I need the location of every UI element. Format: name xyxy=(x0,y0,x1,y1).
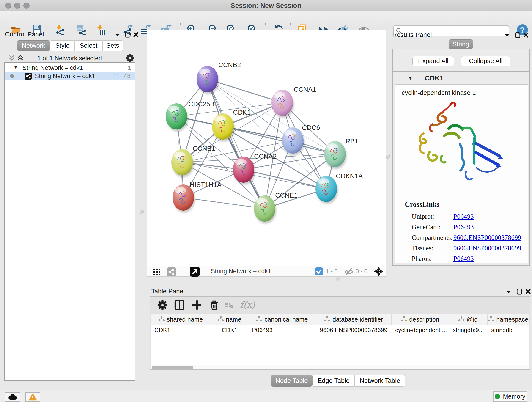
table-cell[interactable]: CDK1 xyxy=(211,327,248,334)
control-panel: Control Panel NetworkStyleSelectSets 1 o… xyxy=(2,30,137,382)
network-row-selected[interactable]: String Network – cdk1 11 48 xyxy=(5,72,135,80)
control-panel-tabs: NetworkStyleSelectSets xyxy=(17,40,123,51)
expand-all-button[interactable]: Expand All xyxy=(412,56,454,66)
hidden-counts: 0 - 0 xyxy=(355,268,367,275)
column-header-database-identifier[interactable]: database identifier xyxy=(316,314,392,325)
collection-label: String Network – cdk1 xyxy=(22,64,83,72)
table-cell[interactable]: 9606.ENSP00000378699 xyxy=(316,327,392,334)
edge-count: 48 xyxy=(124,72,131,80)
cloud-icon xyxy=(8,394,17,400)
function-builder-fx-icon[interactable]: f(x) xyxy=(240,300,255,310)
column-header-namespace[interactable]: namespace xyxy=(488,314,529,325)
collection-count: 1 xyxy=(128,64,131,72)
svg-text:CCNE1: CCNE1 xyxy=(275,191,298,199)
current-network-dot-icon xyxy=(10,74,14,78)
string-network-badge-icon xyxy=(25,73,32,80)
horizontal-splitter-handle[interactable] xyxy=(336,277,340,281)
tab-sets[interactable]: Sets xyxy=(102,40,123,51)
cloud-button[interactable] xyxy=(5,392,20,402)
node-table-header[interactable]: shared namenamecanonical namedatabase id… xyxy=(151,314,529,325)
crosslink-link[interactable]: P06493 xyxy=(453,223,474,231)
column-header--id[interactable]: @id xyxy=(449,314,488,325)
panel-float-icon[interactable] xyxy=(516,288,523,295)
create-column-plus-icon[interactable] xyxy=(191,300,202,310)
section-collapse-triangle-icon[interactable]: ▼ xyxy=(408,75,413,81)
panel-float-icon[interactable] xyxy=(514,32,521,38)
panel-menu-chevron-icon[interactable] xyxy=(505,288,512,295)
table-settings-gear-icon[interactable] xyxy=(157,300,168,310)
warnings-button[interactable] xyxy=(25,392,40,402)
tab-network[interactable]: Network xyxy=(17,40,50,51)
left-splitter-handle[interactable] xyxy=(140,210,144,214)
window-title: Session: New Session xyxy=(0,2,532,9)
column-header-canonical-name[interactable]: canonical name xyxy=(248,314,316,325)
crosslinks-title: CrossLinks xyxy=(405,200,439,209)
network-tree: ▼ String Network – cdk1 1 String Network… xyxy=(4,62,135,381)
tab-edge-table[interactable]: Edge Table xyxy=(313,375,355,387)
table-cell[interactable]: stringdb:9... xyxy=(449,327,488,334)
column-type-icon xyxy=(256,316,262,323)
panel-close-icon[interactable] xyxy=(522,32,529,38)
selected-checkbox-icon[interactable] xyxy=(315,268,323,275)
network-view-title: String Network – cdk1 xyxy=(211,268,271,275)
network-options-gear-icon[interactable] xyxy=(126,54,134,62)
tab-string[interactable]: String xyxy=(449,39,473,49)
panel-menu-chevron-icon[interactable] xyxy=(114,32,121,38)
table-cell[interactable]: cyclin-dependent ... xyxy=(392,327,449,334)
svg-text:CDC6: CDC6 xyxy=(302,124,320,131)
control-panel-title: Control Panel xyxy=(5,31,44,38)
table-cell[interactable]: P06493 xyxy=(248,327,316,334)
scrollbar-thumb[interactable] xyxy=(152,366,193,369)
table-cell[interactable]: stringdb xyxy=(488,327,529,334)
main-toolbar: ? xyxy=(0,11,532,29)
crosslink-link[interactable]: P06493 xyxy=(453,213,474,220)
network-graph[interactable]: CCNB2CCNA1CDC25BCDK1CDC6RB1CCNB1CCNA2CDK… xyxy=(147,30,386,266)
tab-node-table[interactable]: Node Table xyxy=(271,375,313,387)
node-table[interactable]: shared namenamecanonical namedatabase id… xyxy=(151,314,529,365)
panel-close-icon[interactable] xyxy=(525,288,532,295)
column-header-label: name xyxy=(226,316,241,323)
toolbar-separator xyxy=(371,267,371,276)
hidden-eye-slash-icon[interactable] xyxy=(344,267,353,276)
table-cell[interactable]: CDK1 xyxy=(151,327,211,334)
crosslink-label: Tissues: xyxy=(412,244,453,252)
string-view-icon[interactable] xyxy=(167,267,176,276)
show-columns-icon[interactable] xyxy=(174,300,185,310)
node-table-body[interactable]: CDK1CDK1P064939606.ENSP00000378699cyclin… xyxy=(151,325,529,335)
table-horizontal-scrollbar[interactable] xyxy=(151,365,529,370)
panel-menu-chevron-icon[interactable] xyxy=(504,32,510,39)
network-canvas[interactable]: CCNB2CCNA1CDC25BCDK1CDC6RB1CCNB1CCNA2CDK… xyxy=(147,30,386,266)
crosslink-link[interactable]: 9606.ENSP00000378699 xyxy=(453,234,521,241)
collapse-all-button[interactable]: Collapse All xyxy=(461,56,510,66)
tab-style[interactable]: Style xyxy=(50,40,75,51)
node-section-title: CDK1 xyxy=(425,74,443,82)
column-header-label: shared name xyxy=(167,316,203,323)
crosslink-link[interactable]: 9606.ENSP00000378699 xyxy=(453,244,521,252)
svg-text:CCNA1: CCNA1 xyxy=(294,86,316,93)
tab-network-table[interactable]: Network Table xyxy=(355,375,405,387)
crosslink-link[interactable]: P06493 xyxy=(453,255,474,262)
delete-table-icon[interactable] xyxy=(225,302,234,309)
grid-view-icon[interactable] xyxy=(152,267,161,276)
fit-selected-crosshair-icon[interactable] xyxy=(374,267,384,276)
delete-column-trash-icon[interactable] xyxy=(209,300,220,310)
memory-button[interactable]: Memory xyxy=(493,391,527,402)
panel-float-icon[interactable] xyxy=(124,31,131,38)
column-header-name[interactable]: name xyxy=(211,314,248,325)
crosslink-label: Uniprot: xyxy=(412,213,453,220)
network-collection-row[interactable]: ▼ String Network – cdk1 1 xyxy=(5,64,135,72)
column-header-description[interactable]: description xyxy=(392,314,449,325)
node-count: 11 xyxy=(113,72,120,80)
column-header-shared-name[interactable]: shared name xyxy=(151,314,211,325)
node-details-card: cyclin-dependent kinase 1 xyxy=(394,84,528,263)
tree-expand-triangle-icon[interactable]: ▼ xyxy=(13,63,18,71)
node-details-box: ▼ CDK1 cyclin-dependent kinase 1 xyxy=(392,71,530,266)
column-header-label: description xyxy=(409,316,439,323)
birds-eye-view-icon[interactable] xyxy=(190,267,200,277)
column-type-icon xyxy=(488,316,494,323)
panel-close-icon[interactable] xyxy=(133,31,139,38)
network-view-toolbar: String Network – cdk1 1 - 0 0 - 0 xyxy=(147,266,386,277)
tab-select[interactable]: Select xyxy=(75,40,102,51)
memory-label: Memory xyxy=(503,393,525,400)
table-row[interactable]: CDK1CDK1P064939606.ENSP00000378699cyclin… xyxy=(151,325,529,335)
